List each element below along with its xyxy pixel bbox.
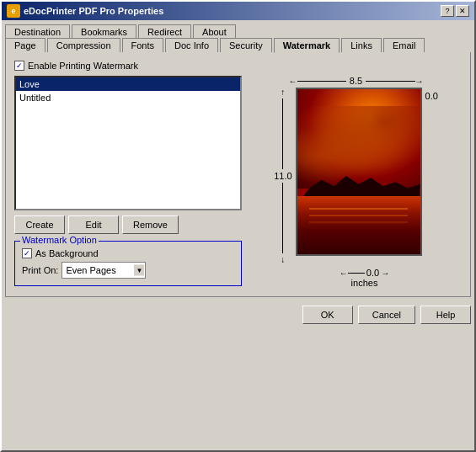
- content-area: ✓ Enable Printing Watermark Love Untitle…: [5, 52, 471, 297]
- watermark-preview: [296, 88, 422, 256]
- list-item-untitled[interactable]: Untitled: [16, 91, 240, 104]
- watermark-option-label: Watermark Option: [20, 235, 99, 245]
- tab-row-1: Destination Bookmarks Redirect About: [2, 20, 474, 38]
- shimmer-layer: [297, 196, 420, 254]
- tab-bookmarks[interactable]: Bookmarks: [72, 24, 136, 39]
- arrow-down-icon: ↓: [281, 255, 285, 264]
- cloud-layer: [297, 106, 420, 189]
- left-panel: Love Untitled Create Edit Remove Waterma…: [14, 76, 242, 288]
- height-value: 11.0: [274, 171, 291, 181]
- arrow-left-icon: ←: [289, 77, 297, 86]
- offset-x-value: 0.0: [366, 268, 379, 278]
- as-background-label: As Background: [35, 248, 99, 258]
- ok-button[interactable]: OK: [302, 306, 353, 324]
- list-buttons: Create Edit Remove: [14, 215, 242, 234]
- dimension-display: ← 8.5 → ↑ 11.0 ↓: [274, 76, 438, 288]
- window-title: eDocPrinter PDF Pro Properties: [24, 6, 163, 16]
- tab-redirect[interactable]: Redirect: [138, 24, 191, 39]
- title-buttons: ? ✕: [441, 5, 469, 17]
- print-on-select-wrapper: All Pages Even Pages Odd Pages ▼: [62, 262, 146, 279]
- width-dimension: ← 8.5 →: [289, 76, 424, 86]
- arrow-left2-icon: ←: [340, 269, 348, 278]
- help-title-button[interactable]: ?: [441, 5, 454, 17]
- tab-email[interactable]: Email: [383, 38, 425, 53]
- main-section: Love Untitled Create Edit Remove Waterma…: [14, 76, 462, 288]
- tab-destination[interactable]: Destination: [5, 24, 70, 39]
- tab-page[interactable]: Page: [5, 38, 45, 53]
- tab-watermark[interactable]: Watermark: [274, 38, 340, 53]
- enable-watermark-label: Enable Printing Watermark: [28, 61, 138, 71]
- list-item-love[interactable]: Love: [16, 77, 240, 91]
- arrow-up-icon: ↑: [281, 88, 285, 97]
- tab-links[interactable]: Links: [341, 38, 382, 53]
- right-panel: ← 8.5 → ↑ 11.0 ↓: [250, 76, 462, 288]
- create-button[interactable]: Create: [14, 215, 65, 234]
- watermark-image: [297, 89, 420, 254]
- height-dimension: ↑ 11.0 ↓: [274, 88, 291, 264]
- enable-watermark-checkbox[interactable]: ✓: [14, 61, 24, 71]
- right-offset: 0.0: [425, 88, 438, 264]
- print-on-select[interactable]: All Pages Even Pages Odd Pages: [62, 262, 146, 279]
- title-bar: e eDocPrinter PDF Pro Properties ? ✕: [2, 2, 474, 20]
- unit-label-wrapper: inches: [351, 278, 378, 288]
- tab-compression[interactable]: Compression: [47, 38, 120, 53]
- middle-section: ↑ 11.0 ↓: [274, 88, 438, 264]
- close-title-button[interactable]: ✕: [456, 5, 469, 17]
- watermark-listbox[interactable]: Love Untitled: [14, 76, 242, 210]
- remove-button[interactable]: Remove: [122, 215, 179, 234]
- tab-docinfo[interactable]: Doc Info: [165, 38, 218, 53]
- cancel-button[interactable]: Cancel: [358, 306, 415, 324]
- width-value: 8.5: [350, 76, 362, 86]
- print-on-label: Print On:: [22, 265, 58, 275]
- as-background-checkbox[interactable]: ✓: [22, 248, 32, 258]
- enable-watermark-row: ✓ Enable Printing Watermark: [14, 61, 462, 71]
- tab-security[interactable]: Security: [220, 38, 272, 53]
- bottom-buttons: OK Cancel Help: [2, 300, 474, 329]
- as-background-row: ✓ As Background: [22, 248, 234, 258]
- print-on-row: Print On: All Pages Even Pages Odd Pages…: [22, 262, 234, 279]
- main-window: e eDocPrinter PDF Pro Properties ? ✕ Des…: [0, 0, 476, 452]
- arrow-right-icon: →: [415, 77, 424, 86]
- bottom-dimension: ← 0.0 →: [340, 268, 389, 278]
- offset-y-value: 0.0: [425, 91, 438, 101]
- watermark-option-group: Watermark Option ✓ As Background Print O…: [14, 241, 242, 286]
- arrow-right2-icon: →: [381, 269, 389, 278]
- tab-row-2: Page Compression Fonts Doc Info Security…: [2, 37, 474, 52]
- edit-button[interactable]: Edit: [68, 215, 119, 234]
- unit-label: inches: [351, 278, 378, 288]
- tab-fonts[interactable]: Fonts: [122, 38, 164, 53]
- app-icon: e: [7, 4, 20, 18]
- help-button[interactable]: Help: [420, 306, 471, 324]
- tab-about[interactable]: About: [193, 24, 236, 39]
